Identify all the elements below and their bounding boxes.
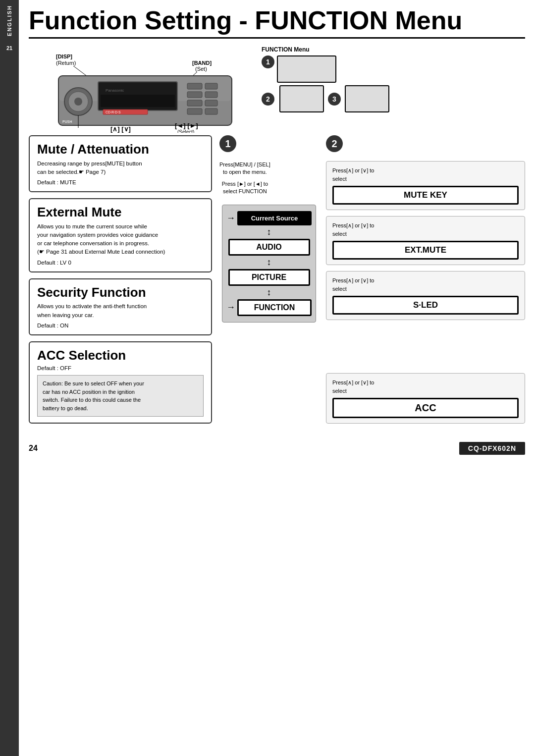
arrow-down-2: ↕ [267, 257, 271, 268]
arrow-down-1: ↕ [267, 227, 271, 237]
diagram-area: [DISP] (Return) [BAND] (Set) Panasonic [29, 46, 525, 133]
right-section-mute-key: Press[∧] or [∨] toselect MUTE KEY [326, 161, 525, 210]
section-acc-selection-title: ACC Selection [37, 348, 204, 363]
section-mute-attenuation-text: Decreasing range by press[MUTE] buttonca… [37, 160, 204, 177]
content-columns: Mute / Attenuation Decreasing range by p… [29, 135, 525, 430]
svg-text:(Select): (Select) [177, 129, 194, 133]
svg-rect-20 [205, 83, 217, 89]
svg-rect-18 [187, 100, 202, 106]
s-led-btn: S·LED [332, 296, 519, 315]
nav-item-picture: PICTURE [228, 269, 310, 286]
right-column: 2 Press[∧] or [∨] toselect MUTE KEY Pres… [326, 135, 525, 430]
svg-text:PUSH: PUSH [62, 120, 72, 123]
arrow-down-3: ↕ [267, 287, 271, 298]
section-external-mute-text: Allows you to mute the current source wh… [37, 222, 204, 257]
main-content: Function Setting - FUNCTION Menu [DISP] … [19, 0, 535, 465]
svg-rect-17 [187, 92, 202, 98]
section-security-function-default: Default : ON [37, 323, 204, 328]
section-security-function: Security Function Allows you to activate… [29, 278, 212, 335]
sidebar-language: ENGLISH [6, 5, 12, 36]
device-svg: [DISP] (Return) [BAND] (Set) Panasonic [29, 46, 247, 133]
sidebar: ENGLISH 21 [0, 0, 19, 756]
right-section-ext-mute: Press[∧] or [∨] toselect EXT.MUTE [326, 216, 525, 265]
section-security-function-title: Security Function [37, 285, 204, 300]
section-mute-attenuation-title: Mute / Attenuation [37, 142, 204, 157]
svg-point-10 [74, 98, 82, 106]
svg-text:[DISP]: [DISP] [56, 54, 72, 59]
right-section-acc: Press[∧] or [∨] toselect ACC [326, 373, 525, 424]
press-menu-sel-text: Press[MENU] / [SEL]to open the menu. [219, 161, 270, 176]
svg-rect-22 [205, 100, 217, 106]
press-lr-text: Press [►] or [◄] toselect FUNCTION [219, 180, 270, 196]
center-column: 1 Press[MENU] / [SEL]to open the menu. P… [219, 135, 319, 430]
function-menu-diagram: FUNCTION Menu 1 2 3 [262, 46, 389, 133]
svg-rect-19 [187, 108, 202, 114]
section-mute-attenuation: Mute / Attenuation Decreasing range by p… [29, 135, 212, 192]
page-title: Function Setting - FUNCTION Menu [29, 0, 525, 39]
section-acc-selection-default: Default : OFF [37, 365, 204, 371]
diagram-circle-3: 3 [328, 93, 341, 106]
svg-rect-23 [205, 108, 217, 114]
arrow-right-function: → [226, 302, 235, 313]
svg-text:[◄] [►]: [◄] [►] [175, 122, 198, 129]
device-illustration: [DISP] (Return) [BAND] (Set) Panasonic [29, 46, 247, 133]
mute-key-press-text: Press[∧] or [∨] toselect [332, 166, 519, 183]
diagram-circle-1: 1 [262, 55, 274, 68]
right-circle-2: 2 [326, 135, 343, 152]
right-spacer [326, 326, 525, 373]
nav-item-audio: AUDIO [228, 239, 310, 256]
svg-text:Panasonic: Panasonic [106, 88, 124, 93]
page-number-left: 24 [29, 444, 38, 453]
diagram-circle-2: 2 [262, 93, 274, 106]
nav-item-current-source: Current Source [237, 211, 312, 225]
svg-rect-13 [101, 95, 175, 107]
sidebar-page-num: 21 [6, 45, 12, 51]
acc-btn: ACC [332, 398, 519, 418]
function-menu-box-1 [277, 55, 336, 83]
mute-key-btn: MUTE KEY [332, 186, 519, 205]
ext-mute-press-text: Press[∧] or [∨] toselect [332, 221, 519, 238]
nav-item-function: FUNCTION [237, 299, 312, 316]
nav-menu: → Current Source ↕ AUDIO ↕ PICTURE ↕ → [222, 205, 316, 323]
function-menu-box-2 [279, 85, 324, 112]
svg-rect-16 [187, 83, 202, 89]
section-external-mute-title: External Mute [37, 205, 204, 219]
ext-mute-btn: EXT.MUTE [332, 241, 519, 260]
svg-text:(Set): (Set) [195, 66, 207, 72]
right-section-s-led: Press[∧] or [∨] toselect S·LED [326, 271, 525, 320]
s-led-press-text: Press[∧] or [∨] toselect [332, 276, 519, 293]
left-column: Mute / Attenuation Decreasing range by p… [29, 135, 212, 430]
svg-text:[∧] [∨]: [∧] [∨] [110, 125, 131, 133]
footer: 24 CQ-DFX602N [29, 439, 525, 455]
svg-rect-21 [205, 92, 217, 98]
svg-text:[MENU]  (Menu/Return): [MENU] (Menu/Return) [78, 132, 131, 133]
section-external-mute: External Mute Allows you to mute the cur… [29, 198, 212, 272]
arrow-right-current: → [226, 213, 235, 223]
section-security-function-text: Allows you to activate the anti-theft fu… [37, 302, 204, 320]
caution-box: Caution: Be sure to select OFF when your… [37, 375, 204, 417]
section-mute-attenuation-default: Default : MUTE [37, 179, 204, 185]
section-external-mute-default: Default : LV 0 [37, 260, 204, 266]
function-menu-label: FUNCTION Menu [262, 46, 389, 53]
acc-press-text: Press[∧] or [∨] toselect [332, 378, 519, 395]
svg-text:CD·R·D·S: CD·R·D·S [106, 110, 121, 114]
svg-text:[BAND]: [BAND] [192, 60, 212, 66]
section-acc-selection: ACC Selection Default : OFF Caution: Be … [29, 341, 212, 424]
center-circle-1: 1 [219, 135, 236, 152]
svg-text:(Return): (Return) [56, 60, 76, 66]
function-menu-box-3 [345, 85, 389, 112]
model-badge: CQ-DFX602N [459, 442, 525, 455]
